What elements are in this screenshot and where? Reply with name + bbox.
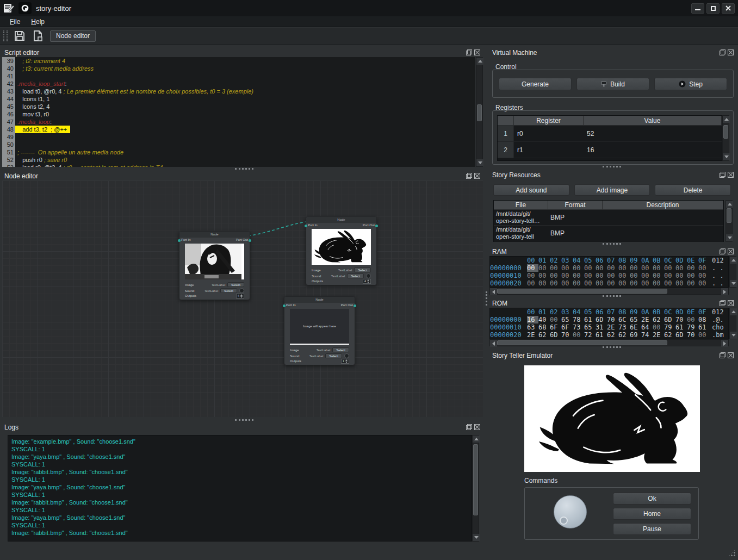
hex-byte-cell[interactable]: 00 [675,272,687,279]
hex-byte-cell[interactable]: 00 [641,279,653,287]
register-row[interactable]: 2r116 [498,142,722,158]
registers-scrollbar[interactable] [722,115,729,161]
hex-byte-cell[interactable]: 00 [630,272,641,279]
hex-byte-cell[interactable]: 2E [641,316,653,323]
hex-byte-cell[interactable]: 6F [561,323,573,331]
hex-byte-cell[interactable]: 31 [596,323,607,331]
logs-vertical-scrollbar[interactable] [472,435,479,542]
splitter-node-logs[interactable] [235,419,253,421]
hex-byte-cell[interactable]: 00 [687,264,698,272]
hex-byte-cell[interactable]: 00 [653,279,664,287]
scroll-down-icon[interactable] [476,159,483,166]
hex-byte-cell[interactable]: 00 [573,331,584,339]
hex-byte-cell[interactable]: 6F [550,323,561,331]
hex-byte-cell[interactable]: 70 [561,331,573,339]
hex-byte-cell[interactable]: 62 [618,331,630,339]
logs-output[interactable]: Image: "example.bmp" , Sound: "choose1.s… [8,435,472,542]
play-sound-icon[interactable] [366,273,371,278]
scroll-down-icon[interactable] [730,332,737,339]
hex-byte-cell[interactable]: 00 [630,279,641,287]
registers-table[interactable]: Register Value 1r0522r116 [497,115,722,161]
rom-horizontal-scrollbar[interactable] [489,339,729,346]
script-code-area[interactable]: 39 ; t2: increment 440 ; t3: current med… [2,57,475,167]
hex-byte-cell[interactable]: 68 [538,323,550,331]
resource-row[interactable]: /mnt/data/git/open-story-tell…BMP [494,210,723,226]
hex-byte-cell[interactable]: 65 [630,316,641,323]
hex-byte-cell[interactable]: 00 [687,272,698,279]
hex-byte-cell[interactable]: 79 [687,323,698,331]
scroll-up-icon[interactable] [473,435,480,443]
hex-byte-cell[interactable]: 00 [687,279,698,287]
play-sound-icon[interactable] [344,353,349,358]
ram-hex-view[interactable]: 000102030405060708090A0B0C0D0E0F01200000… [489,256,729,288]
hex-byte-cell[interactable]: 72 [584,331,596,339]
home-button[interactable]: Home [613,508,691,520]
hex-byte-cell[interactable]: 00 [618,272,630,279]
hex-byte-cell[interactable]: 74 [641,331,653,339]
hex-byte-cell[interactable]: 08 [698,316,710,323]
float-icon[interactable] [720,352,725,358]
close-icon[interactable] [728,248,734,254]
hex-byte-cell[interactable]: 00 [653,323,664,331]
splitter-columns[interactable] [486,291,487,306]
scroll-down-icon[interactable] [730,280,737,287]
splitter-ram-rom[interactable] [603,295,621,297]
hex-byte-cell[interactable]: 00 [584,279,596,287]
select-image-button[interactable]: Select [227,282,244,287]
script-line[interactable]: 41 [2,72,475,80]
hex-byte-cell[interactable]: 61 [698,323,710,331]
port-in-dot[interactable] [305,225,307,227]
splitter-resources-ram[interactable] [603,243,621,245]
close-button[interactable] [722,3,735,14]
hex-byte-cell[interactable]: 00 [527,279,538,287]
float-icon[interactable] [466,49,472,55]
hex-byte-cell[interactable]: 69 [630,331,641,339]
hex-byte-cell[interactable]: 00 [664,279,675,287]
scroll-down-icon[interactable] [473,534,480,541]
float-icon[interactable] [720,172,725,178]
port-out-dot[interactable] [249,239,251,242]
hex-byte-cell[interactable]: 70 [687,331,698,339]
hex-byte-cell[interactable]: 62 [664,331,675,339]
menu-file[interactable]: File [5,17,24,27]
hex-byte-cell[interactable]: 2E [607,323,618,331]
hex-byte-cell[interactable]: 00 [653,264,664,272]
scroll-left-icon[interactable] [490,288,497,295]
rotary-knob[interactable] [554,495,587,528]
save-icon[interactable] [13,29,26,42]
splitter-rom-emulator[interactable] [603,346,621,348]
scroll-left-icon[interactable] [490,340,497,347]
script-line[interactable]: 39 ; t2: increment 4 [2,57,475,65]
scroll-up-icon[interactable] [730,308,737,315]
ram-vertical-scrollbar[interactable] [729,256,736,288]
media-node-1[interactable]: Node Port In Port Out ImageTextLabelSele… [179,231,250,300]
hex-byte-cell[interactable]: 00 [664,272,675,279]
hex-byte-cell[interactable]: 64 [641,323,653,331]
hex-byte-cell[interactable]: 00 [550,316,561,323]
hex-byte-cell[interactable]: 70 [675,316,687,323]
float-icon[interactable] [720,300,725,306]
ram-horizontal-scrollbar[interactable] [489,288,729,295]
splitter-script-node[interactable] [235,168,253,170]
outputs-spinner[interactable]: 4 [363,279,371,284]
script-line[interactable]: 45 lcons t2, 4 [2,103,475,110]
hex-byte-cell[interactable]: 79 [664,323,675,331]
resource-row[interactable]: /mnt/data/git/open-story-tellBMP [494,226,723,241]
node-canvas[interactable]: Node Port In Port Out ImageTextLabelSele… [2,181,483,417]
script-line[interactable]: 49 [2,133,475,141]
hex-byte-cell[interactable]: 00 [561,264,573,272]
hex-byte-cell[interactable]: 00 [596,272,607,279]
hex-byte-cell[interactable]: 40 [538,316,550,323]
hex-byte-cell[interactable]: 00 [538,264,550,272]
build-button[interactable]: Build [576,78,649,90]
scroll-down-icon[interactable] [726,234,733,241]
close-icon[interactable] [474,173,480,179]
hex-byte-cell[interactable]: 16 [527,316,538,323]
script-line[interactable]: 42.media_loop_start: [2,80,475,88]
close-icon[interactable] [728,49,734,55]
hex-byte-cell[interactable]: 00 [538,279,550,287]
hex-byte-cell[interactable]: 00 [618,279,630,287]
hex-byte-cell[interactable]: 00 [527,272,538,279]
scroll-up-icon[interactable] [730,257,737,264]
float-icon[interactable] [466,424,472,430]
